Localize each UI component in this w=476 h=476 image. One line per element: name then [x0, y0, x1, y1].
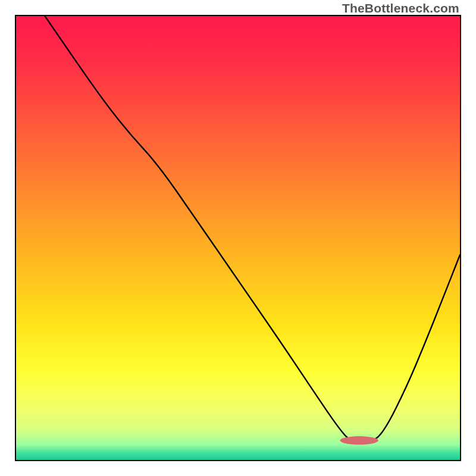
optimum-marker	[340, 436, 378, 444]
gradient-fill-rect	[16, 16, 460, 460]
chart-plot	[16, 16, 460, 460]
watermark-text: TheBottleneck.com	[342, 1, 459, 15]
chart-frame	[15, 15, 461, 461]
